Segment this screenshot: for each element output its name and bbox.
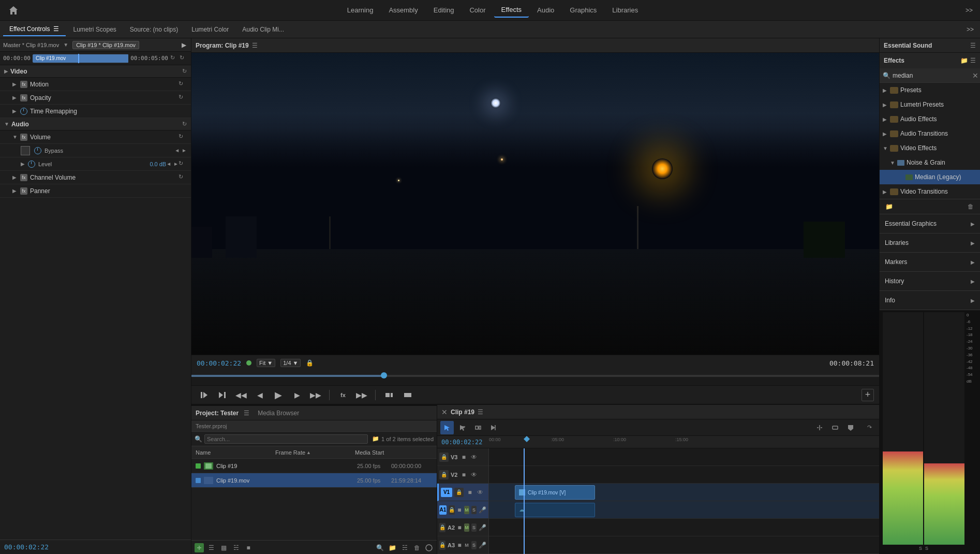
go-out-btn[interactable]: ▶▶ <box>308 388 323 402</box>
libraries-header[interactable]: Libraries ▶ <box>880 234 980 252</box>
info-header[interactable]: Info ▶ <box>880 291 980 310</box>
track-a1-row[interactable] <box>489 501 879 519</box>
bypass-next[interactable]: ► <box>182 148 187 153</box>
tab-lumetri-color[interactable]: Lumetri Color <box>185 23 235 36</box>
tree-presets[interactable]: ▶ Presets <box>880 83 980 97</box>
grid-view-btn[interactable]: ▩ <box>218 543 229 553</box>
new-folder-btn[interactable]: 📁 <box>884 201 894 212</box>
folder-btn[interactable]: 📁 <box>372 435 379 442</box>
col-name[interactable]: Name <box>196 449 273 456</box>
volume-reset[interactable]: ↻ <box>179 133 187 141</box>
video-section-reset[interactable]: ↻ <box>182 68 187 75</box>
nav-audio[interactable]: Audio <box>530 3 561 17</box>
reset-in-btn[interactable]: ↻ <box>170 54 179 63</box>
col-media-start[interactable]: Media Start <box>355 449 433 456</box>
opacity-reset[interactable]: ↻ <box>179 94 187 102</box>
track-a2-row[interactable] <box>489 519 879 536</box>
v2-toggle-btn[interactable]: ■ <box>459 471 468 479</box>
essential-sound-menu[interactable]: ☰ <box>970 42 976 49</box>
v1-eye-btn[interactable]: 👁 <box>476 488 484 497</box>
find-btn[interactable]: 🔍 <box>375 543 385 553</box>
selection-tool[interactable] <box>440 421 454 434</box>
nav-graphics[interactable]: Graphics <box>562 3 604 17</box>
fx-btn[interactable]: fx <box>336 388 350 402</box>
v3-lock-btn[interactable]: 🔒 <box>439 453 449 462</box>
timeline-tc-current[interactable]: 00:00:02:22 <box>437 439 489 446</box>
v3-toggle-btn[interactable]: ■ <box>459 453 468 461</box>
linked-select-btn[interactable] <box>828 421 842 434</box>
tree-video-transitions[interactable]: ▶ Video Transitions <box>880 184 980 199</box>
timeline-settings-btn[interactable]: ↷ <box>863 421 876 434</box>
loop-btn[interactable]: ▶▶ <box>354 388 369 402</box>
col-frame-rate[interactable]: Frame Rate ▲ <box>275 449 353 456</box>
audio-section-header[interactable]: ▼ Audio ↻ <box>0 118 191 130</box>
freeform-view-btn[interactable]: ☵ <box>231 543 241 553</box>
v2-lock-btn[interactable]: 🔒 <box>439 470 449 479</box>
tree-lumetri-presets[interactable]: ▶ Lumetri Presets <box>880 97 980 112</box>
channel-vol-expand[interactable]: ▶ <box>12 174 20 180</box>
mark-out-btn[interactable] <box>215 388 230 402</box>
tree-noise-grain[interactable]: ▼ Noise & Grain <box>880 155 980 170</box>
bypass-prev[interactable]: ◄ <box>174 148 180 153</box>
effects-search-input[interactable] <box>893 72 970 79</box>
motion-reset[interactable]: ↻ <box>179 80 187 89</box>
channel-vol-reset[interactable]: ↻ <box>179 173 187 182</box>
tab-more-button[interactable]: >> <box>963 25 977 34</box>
tree-audio-transitions[interactable]: ▶ Audio Transitions <box>880 126 980 141</box>
bypass-checkbox[interactable] <box>21 146 30 155</box>
panner-expand[interactable]: ▶ <box>12 188 20 194</box>
new-item-btn[interactable] <box>195 543 204 552</box>
step-back-btn[interactable]: ◀ <box>253 388 267 402</box>
a2-solo-btn[interactable]: S <box>471 523 477 532</box>
tree-audio-effects[interactable]: ▶ Audio Effects <box>880 112 980 126</box>
a1-mic-btn[interactable]: 🎤 <box>479 506 486 514</box>
opacity-expand[interactable]: ▶ <box>12 95 20 100</box>
a2-lock-btn[interactable]: 🔒 <box>439 523 446 532</box>
project-item-clip19[interactable]: Clip #19 25.00 fps 00:00:00:00 <box>191 459 437 473</box>
video-section-header[interactable]: ▶ Video ↻ <box>0 65 191 78</box>
tree-median-legacy[interactable]: ▶ Median (Legacy) <box>880 170 980 184</box>
track-v3-row[interactable] <box>489 448 879 466</box>
insert-btn[interactable] <box>382 388 396 402</box>
a1-lock-btn[interactable]: 🔒 <box>449 505 455 515</box>
level-reset[interactable]: ↻ <box>179 160 187 168</box>
tab-effect-controls[interactable]: Effect Controls ☰ <box>3 23 66 36</box>
a1-mute-btn[interactable]: M <box>464 506 469 514</box>
a2-mute-btn[interactable]: M <box>464 523 469 532</box>
a3-mic-btn[interactable]: 🎤 <box>479 541 486 549</box>
timeline-close-btn[interactable]: ✕ <box>441 408 448 416</box>
nav-learning[interactable]: Learning <box>340 3 381 17</box>
project-search-input[interactable] <box>204 434 368 444</box>
new-bin-btn[interactable]: 📁 <box>387 543 397 553</box>
search-clear-btn[interactable]: ✕ <box>972 71 978 80</box>
nav-color[interactable]: Color <box>462 3 493 17</box>
level-next[interactable]: ► <box>173 161 179 167</box>
delete-btn[interactable]: 🗑 <box>966 201 976 212</box>
track-v1-row[interactable]: Clip #19.mov [V] <box>489 484 879 501</box>
automate-btn[interactable]: ■ <box>243 543 254 553</box>
project-menu-btn[interactable]: ☰ <box>244 410 249 417</box>
markers-btn[interactable] <box>844 421 857 434</box>
razor-tool[interactable] <box>487 421 500 434</box>
monitor-menu-btn[interactable]: ☰ <box>252 42 258 49</box>
v3-eye-btn[interactable]: 👁 <box>470 453 478 461</box>
play-forward-btn[interactable]: ▶ <box>180 41 188 49</box>
nav-assembly[interactable]: Assembly <box>381 3 425 17</box>
history-header[interactable]: History ▶ <box>880 272 980 290</box>
time-remap-expand[interactable]: ▶ <box>12 108 20 114</box>
a1-solo-btn[interactable]: S <box>471 506 477 514</box>
fit-dropdown[interactable]: Fit ▼ <box>257 359 275 367</box>
list-view-btn[interactable]: ☰ <box>206 543 216 553</box>
level-prev[interactable]: ◄ <box>166 161 171 167</box>
tab-audio-clip[interactable]: Audio Clip Mi... <box>236 23 290 36</box>
overwrite-btn[interactable] <box>400 388 415 402</box>
quality-dropdown[interactable]: 1/4 ▼ <box>280 359 301 367</box>
play-btn[interactable]: ▶ <box>271 388 286 402</box>
markers-header[interactable]: Markers ▶ <box>880 253 980 271</box>
snap-btn[interactable] <box>813 421 826 434</box>
new-sequence-btn[interactable]: ☵ <box>399 543 410 553</box>
a1-active-btn[interactable]: A1 <box>439 505 447 515</box>
effects-new-folder-btn[interactable]: 📁 <box>960 57 968 64</box>
level-expand[interactable]: ▶ <box>21 161 28 167</box>
clear-btn[interactable]: 🗑 <box>412 543 422 553</box>
